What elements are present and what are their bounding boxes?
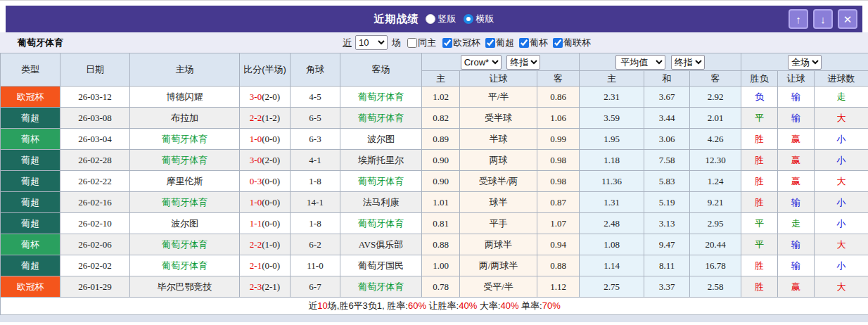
home-team-cell[interactable]: 布拉加	[130, 108, 240, 129]
away-team-cell[interactable]: 葡萄牙体育	[340, 213, 422, 234]
home-team-cell[interactable]: 毕尔巴鄂竞技	[130, 276, 240, 298]
home-team-cell[interactable]: 葡萄牙体育	[130, 129, 240, 150]
result-handicap-cell: 输	[778, 255, 815, 276]
home-team-cell[interactable]: 葡萄牙体育	[130, 234, 240, 255]
col-header-score: 比分(半场)	[240, 53, 291, 87]
same-home-filter[interactable]: 同主	[402, 37, 436, 49]
team-name: 葡萄牙体育	[18, 37, 63, 49]
home-team-cell[interactable]: 葡萄牙体育	[130, 255, 240, 276]
league-filter[interactable]: 葡联杯	[548, 37, 591, 49]
filter-controls: 近 10 场 同主 欧冠杯葡超葡杯葡联杯	[343, 34, 591, 51]
same-home-checkbox[interactable]	[407, 38, 417, 48]
col-header-result-handicap: 让球	[778, 71, 815, 87]
result-goals-cell: 小	[815, 192, 868, 213]
avg-draw-cell: 5.83	[644, 171, 690, 192]
odds-away-cell: 0.94	[537, 234, 580, 255]
odds-home-cell: 0.89	[422, 129, 460, 150]
league-filter[interactable]: 欧冠杯	[438, 37, 480, 49]
odds-away-cell: 1.07	[537, 213, 580, 234]
league-checkbox[interactable]	[485, 38, 495, 48]
league-checkbox[interactable]	[519, 38, 529, 48]
scope-select[interactable]: 全场	[788, 55, 822, 70]
radio-icon[interactable]	[426, 14, 435, 24]
odds-home-cell: 0.78	[422, 276, 460, 298]
date-cell: 26-02-28	[60, 150, 130, 171]
col-header-type: 类型	[1, 53, 60, 87]
same-home-label: 同主	[418, 37, 436, 49]
score-cell: 2-2(1-0)	[240, 234, 291, 255]
result-handicap-cell: 输	[778, 234, 815, 255]
odds-line-cell: 两球	[460, 150, 537, 171]
home-team-cell[interactable]: 摩里伦斯	[130, 171, 240, 192]
arrow-up-icon: ↑	[796, 14, 801, 25]
close-icon: ✕	[843, 14, 853, 25]
fulltime-score: 1-1	[250, 218, 262, 229]
league-checkbox[interactable]	[442, 38, 452, 48]
home-team-cell[interactable]: 博德闪耀	[130, 87, 240, 108]
home-team-cell[interactable]: 波尔图	[130, 213, 240, 234]
date-cell: 26-02-22	[60, 171, 130, 192]
layout-radio[interactable]: 横版	[464, 13, 494, 25]
type-badge: 欧冠杯	[1, 87, 60, 108]
odds-away-cell: 0.87	[537, 192, 580, 213]
away-team-cell[interactable]: 葡萄牙国民	[340, 255, 422, 276]
score-cell: 1-1(0-0)	[240, 213, 291, 234]
result-handicap-cell: 输	[778, 87, 815, 108]
away-team-cell[interactable]: 波尔图	[340, 129, 422, 150]
odds-company-select[interactable]: Crow*	[461, 55, 502, 70]
halftime-score: (2-0)	[262, 91, 280, 102]
col-header-corner: 角球	[291, 53, 340, 87]
fulltime-score: 3-0	[250, 91, 262, 102]
result-handicap-cell: 走	[778, 213, 815, 234]
results-body: 欧冠杯 26-03-12 博德闪耀 3-0(2-0) 4-5 葡萄牙体育 1.0…	[1, 87, 868, 298]
odds-stage-select[interactable]: 终指	[506, 55, 540, 70]
league-filter[interactable]: 葡超	[480, 37, 514, 49]
away-team-cell[interactable]: 葡萄牙体育	[340, 87, 422, 108]
move-down-button[interactable]: ↓	[813, 9, 833, 29]
avg-away-cell: 20.44	[690, 234, 741, 255]
type-badge: 葡超	[1, 192, 60, 213]
home-team-cell[interactable]: 葡萄牙体育	[130, 192, 240, 213]
home-team-cell[interactable]: 葡萄牙体育	[130, 150, 240, 171]
col-header-avg-draw: 和	[644, 71, 690, 87]
result-goals-cell: 大	[815, 108, 868, 129]
away-team-cell[interactable]: 法马利康	[340, 192, 422, 213]
type-badge: 葡超	[1, 255, 60, 276]
type-badge: 葡超	[1, 150, 60, 171]
move-up-button[interactable]: ↑	[789, 9, 808, 29]
layout-radio[interactable]: 竖版	[426, 13, 457, 25]
close-button[interactable]: ✕	[838, 9, 857, 29]
recent-link[interactable]: 近	[343, 37, 352, 49]
avg-away-cell: 4.26	[690, 129, 741, 150]
away-team-cell[interactable]: 葡萄牙体育	[340, 276, 422, 298]
halftime-score: (0-0)	[262, 218, 280, 229]
league-filter[interactable]: 葡杯	[514, 37, 548, 49]
summary-segment: 40%	[459, 300, 477, 311]
result-wdl-cell: 平	[741, 234, 778, 255]
result-wdl-cell: 胜	[741, 129, 778, 150]
table-row: 葡超 26-02-02 葡萄牙体育 2-1(0-0) 11-0 葡萄牙国民 1.…	[1, 255, 868, 276]
result-wdl-cell: 胜	[741, 192, 778, 213]
match-count-select[interactable]: 10	[355, 35, 388, 50]
avg-home-cell: 2.75	[580, 276, 644, 298]
fulltime-score: 3-0	[250, 155, 262, 165]
halftime-score: (0-0)	[262, 260, 280, 271]
summary-segment: 40%	[500, 300, 518, 311]
date-cell: 26-02-16	[60, 192, 130, 213]
away-team-cell[interactable]: AVS俱乐部	[340, 234, 422, 255]
avg-draw-cell: 3.37	[644, 276, 690, 298]
odds-line-cell: 受平/半	[460, 276, 537, 298]
matches-label: 场	[392, 37, 401, 49]
titlebar-center: 近期战绩 竖版横版	[374, 13, 494, 26]
average-stage-select[interactable]: 终指	[671, 55, 705, 70]
score-cell: 3-0(2-0)	[240, 150, 291, 171]
league-checkbox[interactable]	[553, 38, 563, 48]
odds-line-cell: 平/半	[460, 87, 537, 108]
away-team-cell[interactable]: 葡萄牙体育	[340, 171, 422, 192]
away-team-cell[interactable]: 葡萄牙体育	[340, 108, 422, 129]
radio-icon[interactable]	[464, 14, 473, 24]
away-team-cell[interactable]: 埃斯托里尔	[340, 150, 422, 171]
average-select[interactable]: 平均值	[615, 55, 665, 70]
date-cell: 26-02-02	[60, 255, 130, 276]
date-cell: 26-03-12	[60, 87, 130, 108]
